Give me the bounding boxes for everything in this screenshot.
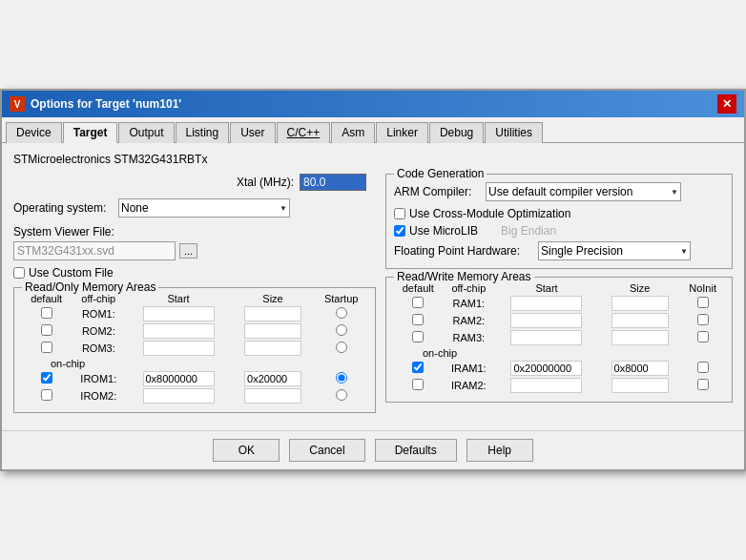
- irom2-size-input[interactable]: [244, 388, 301, 404]
- ok-button[interactable]: OK: [213, 439, 280, 462]
- ram1-default-cb[interactable]: [412, 297, 424, 308]
- cancel-button[interactable]: Cancel: [289, 439, 364, 462]
- viewer-file-section: System Viewer File: ...: [13, 225, 376, 260]
- ram2-noinit-cb[interactable]: [697, 314, 709, 325]
- iram1-noinit-cb[interactable]: [697, 362, 709, 373]
- tab-listing[interactable]: Listing: [176, 122, 230, 143]
- irom1-start-input[interactable]: [143, 371, 215, 386]
- iram1-size-input[interactable]: [611, 361, 669, 376]
- arm-compiler-select[interactable]: Use default compiler version V5 V6: [487, 185, 680, 198]
- rom1-startup-radio[interactable]: [336, 307, 347, 319]
- rom1-default-cb[interactable]: [41, 307, 52, 319]
- iram2-size-input[interactable]: [611, 378, 669, 393]
- tab-device[interactable]: Device: [6, 122, 62, 143]
- tab-cpp[interactable]: C/C++: [277, 122, 331, 143]
- dialog: V Options for Target 'num101' ✕ Device T…: [0, 89, 746, 471]
- table-row: RAM2:: [394, 312, 724, 329]
- col-startup: Startup: [315, 292, 367, 305]
- tab-output[interactable]: Output: [118, 122, 174, 143]
- big-endian-label: Big Endian: [501, 224, 556, 238]
- rom1-label: ROM1:: [82, 308, 115, 320]
- fp-row: Floating Point Hardware: Not Used Single…: [394, 241, 724, 260]
- on-chip-label: on-chip: [22, 357, 367, 370]
- custom-file-checkbox[interactable]: [13, 267, 25, 279]
- tab-linker[interactable]: Linker: [376, 122, 428, 143]
- ram2-label: RAM2:: [453, 315, 486, 326]
- tab-utilities[interactable]: Utilities: [485, 122, 543, 143]
- ram1-start-input[interactable]: [510, 296, 582, 311]
- help-button[interactable]: Help: [466, 439, 533, 462]
- rom1-start-input[interactable]: [143, 306, 215, 321]
- irom2-default-cb[interactable]: [41, 389, 52, 401]
- irom1-startup-radio[interactable]: [336, 372, 347, 384]
- ram1-noinit-cb[interactable]: [697, 297, 709, 308]
- read-write-memory-title: Read/Write Memory Areas: [394, 270, 534, 283]
- right-panel: Code Generation ARM Compiler: Use defaul…: [385, 174, 733, 421]
- microlib-row: Use MicroLIB Big Endian: [394, 224, 724, 238]
- close-button[interactable]: ✕: [717, 94, 736, 114]
- table-row: RAM3:: [394, 329, 724, 346]
- irom2-startup-radio[interactable]: [336, 389, 347, 401]
- microlib-checkbox[interactable]: [394, 225, 405, 237]
- read-write-memory-table: default off-chip Start Size NoInit RAM1:: [394, 281, 724, 394]
- iram2-start-input[interactable]: [510, 378, 582, 393]
- iram2-noinit-cb[interactable]: [697, 379, 709, 390]
- rom2-size-input[interactable]: [244, 323, 301, 339]
- rom3-startup-radio[interactable]: [336, 342, 347, 353]
- ram1-size-input[interactable]: [611, 296, 669, 311]
- cross-module-label: Use Cross-Module Optimization: [409, 207, 570, 220]
- rom2-start-input[interactable]: [143, 323, 215, 339]
- fp-select-wrapper: Not Used Single Precision Double Precisi…: [538, 241, 691, 260]
- irom2-label: IROM2:: [80, 390, 116, 402]
- rom2-startup-radio[interactable]: [336, 324, 347, 336]
- ram3-noinit-cb[interactable]: [697, 331, 709, 342]
- iram1-default-cb[interactable]: [412, 362, 424, 373]
- viewer-file-input[interactable]: [13, 241, 176, 260]
- rw-col-default: default: [394, 281, 443, 295]
- ram2-start-input[interactable]: [510, 313, 582, 328]
- tab-debug[interactable]: Debug: [429, 122, 484, 143]
- rom3-size-input[interactable]: [244, 341, 301, 356]
- rom3-default-cb[interactable]: [41, 342, 52, 353]
- title-bar-left: V Options for Target 'num101': [10, 96, 181, 112]
- rom2-default-cb[interactable]: [41, 324, 52, 336]
- cross-module-checkbox[interactable]: [394, 208, 405, 219]
- ram3-start-input[interactable]: [510, 330, 582, 345]
- viewer-file-label: System Viewer File:: [13, 225, 376, 239]
- cross-module-row: Use Cross-Module Optimization: [394, 207, 724, 220]
- tab-target[interactable]: Target: [63, 122, 118, 143]
- fp-select[interactable]: Not Used Single Precision Double Precisi…: [539, 244, 690, 258]
- rom3-start-input[interactable]: [143, 341, 215, 356]
- bottom-bar: OK Cancel Defaults Help: [2, 430, 744, 469]
- defaults-button[interactable]: Defaults: [375, 439, 457, 462]
- read-only-memory-title: Read/Only Memory Areas: [22, 280, 158, 294]
- title-text: Options for Target 'num101': [31, 97, 181, 111]
- iram2-default-cb[interactable]: [412, 379, 424, 390]
- irom1-size-input[interactable]: [244, 371, 301, 386]
- iram2-label: IRAM2:: [451, 380, 487, 391]
- xtal-row: Xtal (MHz):: [13, 174, 376, 191]
- iram1-start-input[interactable]: [510, 361, 582, 376]
- ram3-size-input[interactable]: [611, 330, 669, 345]
- rom2-label: ROM2:: [82, 325, 115, 337]
- tab-bar: Device Target Output Listing User C/C++ …: [2, 117, 744, 143]
- ram2-default-cb[interactable]: [412, 314, 424, 325]
- col-offchip: off-chip: [71, 292, 126, 305]
- irom2-start-input[interactable]: [143, 388, 215, 404]
- table-row: on-chip: [394, 346, 724, 360]
- irom1-default-cb[interactable]: [41, 372, 52, 384]
- tab-user[interactable]: User: [230, 122, 275, 143]
- header-two-cols: Xtal (MHz): Operating system: None RTX R…: [13, 174, 733, 421]
- table-row: ROM3:: [22, 340, 367, 357]
- ram3-default-cb[interactable]: [412, 331, 424, 342]
- title-bar: V Options for Target 'num101' ✕: [2, 91, 744, 117]
- os-select[interactable]: None RTX RTOS2: [119, 201, 289, 215]
- rw-col-noinit: NoInit: [681, 281, 724, 295]
- device-name: STMicroelectronics STM32G431RBTx: [13, 153, 733, 166]
- rom1-size-input[interactable]: [244, 306, 301, 321]
- ram2-size-input[interactable]: [611, 313, 669, 328]
- browse-button[interactable]: ...: [179, 243, 197, 259]
- table-row: IRAM2:: [394, 377, 724, 394]
- tab-asm[interactable]: Asm: [331, 122, 375, 143]
- xtal-input[interactable]: [300, 174, 366, 191]
